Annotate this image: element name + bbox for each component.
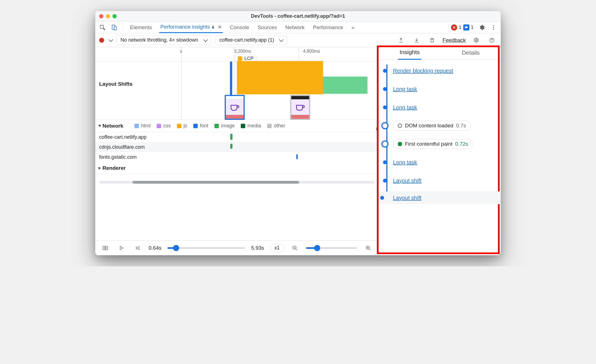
insight-link[interactable]: Long task: [393, 104, 417, 111]
window-title: DevTools - coffee-cart.netlify.app/?ad=1: [251, 13, 345, 19]
cutoff-row: [95, 174, 378, 180]
timeline-dot-icon: [383, 179, 387, 183]
settings-icon[interactable]: [477, 22, 487, 33]
tab-console[interactable]: Console: [229, 22, 251, 33]
tab-details[interactable]: Details: [460, 46, 481, 60]
insight-event[interactable]: First contentful paint 0.72s: [393, 138, 496, 150]
export-icon[interactable]: [396, 37, 406, 43]
lcp-label: LCP: [244, 56, 254, 61]
insight-link[interactable]: Layout shift: [393, 195, 421, 201]
ruler-tick: 4,800ms: [303, 49, 320, 54]
more-tabs-button[interactable]: »: [350, 22, 356, 33]
tab-sources[interactable]: Sources: [256, 22, 278, 33]
devtools-tabs: Elements Performance insights Console So…: [126, 22, 355, 33]
toggle-visibility-icon[interactable]: [100, 245, 110, 251]
insight-event[interactable]: DOM content loaded 0.7s: [393, 119, 496, 132]
swatch-icon: [157, 124, 161, 128]
network-section-header[interactable]: Network html css js font image media oth…: [95, 120, 378, 132]
insight-link[interactable]: Long task: [393, 159, 417, 166]
insights-timeline[interactable]: Render blocking request Long task Long t…: [379, 60, 501, 255]
network-heading: Network: [102, 123, 123, 129]
tab-performance-insights[interactable]: Performance insights: [159, 22, 222, 33]
chevron-down-icon: [203, 37, 208, 42]
renderer-heading: Renderer: [102, 165, 126, 171]
chevron-down-icon: [279, 37, 284, 42]
errors-badge[interactable]: 1: [451, 24, 461, 31]
close-window-icon[interactable]: [99, 14, 103, 18]
lcp-block[interactable]: [237, 61, 323, 94]
error-icon: [451, 24, 457, 31]
disclosure-icon: [99, 167, 101, 170]
chevron-down-icon: [109, 37, 113, 42]
renderer-section-header[interactable]: Renderer: [95, 162, 378, 174]
insights-pane: Insights Details Render blocking request…: [379, 47, 501, 255]
help-icon[interactable]: [487, 37, 497, 43]
window-controls[interactable]: [99, 14, 117, 18]
devtools-tabs-row: Elements Performance insights Console So…: [95, 22, 501, 33]
status-badges[interactable]: 1 1: [451, 22, 474, 33]
kebab-menu-icon[interactable]: [489, 22, 499, 33]
slider-knob[interactable]: [314, 245, 320, 251]
tab-elements[interactable]: Elements: [129, 22, 153, 33]
rewind-icon[interactable]: [132, 246, 142, 251]
panel-settings-icon[interactable]: [471, 37, 481, 43]
import-icon[interactable]: [412, 37, 422, 43]
zoom-out-icon[interactable]: [290, 245, 300, 251]
errors-count: 1: [459, 25, 461, 30]
insight-item[interactable]: Layout shift: [379, 191, 501, 204]
legend-image: image: [214, 123, 235, 129]
messages-badge[interactable]: 1: [463, 24, 474, 31]
request-bar[interactable]: [230, 134, 232, 140]
page-select[interactable]: coffee-cart.netlify.app (1): [215, 36, 287, 45]
horizontal-scrollbar[interactable]: [95, 180, 378, 185]
insight-item[interactable]: Layout shift: [393, 174, 496, 187]
zoom-slider[interactable]: [306, 247, 357, 249]
insight-item[interactable]: Long task: [393, 156, 496, 169]
message-icon: [463, 24, 469, 31]
insight-item[interactable]: Long task: [393, 101, 496, 114]
insight-link[interactable]: Long task: [393, 86, 417, 92]
insight-item[interactable]: Render blocking request: [393, 64, 496, 77]
delete-icon[interactable]: [427, 37, 437, 43]
svg-point-9: [104, 247, 106, 249]
collapse-pane-handle[interactable]: [376, 119, 379, 139]
svg-rect-2: [114, 26, 116, 30]
throttling-label: No network throttling, 4× slowdown: [121, 37, 198, 43]
timeline-ring-icon: [381, 140, 389, 148]
swatch-icon: [214, 124, 219, 128]
minimize-window-icon[interactable]: [106, 14, 110, 18]
request-bar[interactable]: [296, 154, 298, 159]
zoom-level[interactable]: x1: [270, 244, 284, 252]
event-chip[interactable]: DOM content loaded 0.7s: [393, 121, 471, 131]
playback-slider[interactable]: [167, 247, 245, 249]
request-bar[interactable]: [230, 144, 232, 149]
tab-network[interactable]: Network: [284, 22, 306, 33]
insights-tabs: Insights Details: [379, 46, 501, 60]
time-ruler[interactable]: s 3,200ms 4,800ms LCP: [95, 48, 378, 62]
feedback-link[interactable]: Feedback: [443, 37, 466, 43]
tab-performance[interactable]: Performance: [312, 22, 344, 33]
devtools-window: DevTools - coffee-cart.netlify.app/?ad=1…: [95, 11, 501, 255]
insight-link[interactable]: Layout shift: [393, 178, 421, 184]
close-tab-icon[interactable]: [218, 25, 222, 29]
insight-link[interactable]: Render blocking request: [393, 68, 453, 74]
inspect-element-icon[interactable]: [97, 22, 107, 33]
record-button[interactable]: [99, 38, 112, 43]
timeline-pane: s 3,200ms 4,800ms LCP Layout Shifts: [95, 47, 379, 255]
play-icon[interactable]: [116, 246, 126, 251]
frame-thumbnail[interactable]: [290, 95, 310, 120]
zoom-in-icon[interactable]: [363, 245, 373, 251]
frame-thumbnail-selected[interactable]: [225, 95, 245, 120]
network-waterfall[interactable]: [179, 132, 378, 162]
slider-knob[interactable]: [173, 245, 179, 251]
frames-track[interactable]: Layout Shifts: [95, 62, 378, 120]
titlebar: DevTools - coffee-cart.netlify.app/?ad=1: [95, 11, 501, 22]
insight-item[interactable]: Long task: [393, 83, 496, 95]
tab-insights[interactable]: Insights: [398, 46, 421, 60]
event-chip[interactable]: First contentful paint 0.72s: [393, 139, 473, 149]
throttling-select[interactable]: No network throttling, 4× slowdown: [116, 36, 211, 45]
scrollbar-thumb[interactable]: [132, 181, 299, 184]
paint-block[interactable]: [323, 77, 367, 94]
zoom-window-icon[interactable]: [112, 14, 117, 18]
device-toolbar-icon[interactable]: [109, 22, 119, 33]
